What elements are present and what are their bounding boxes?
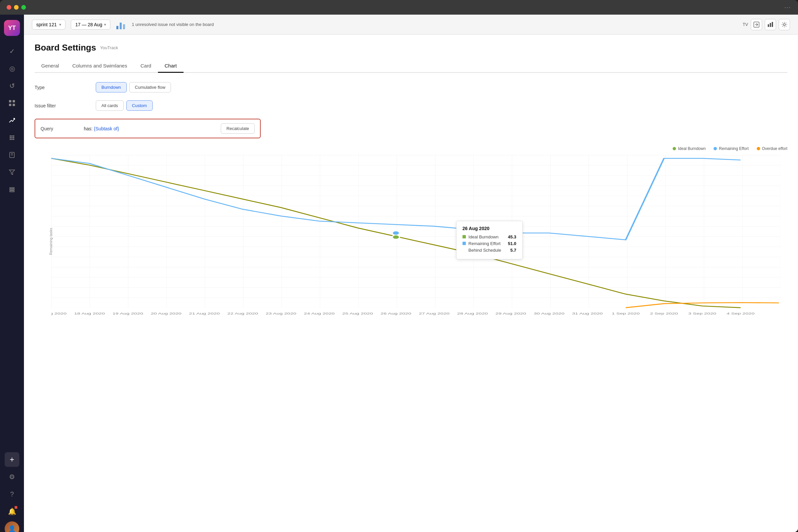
svg-text:23 Aug 2020: 23 Aug 2020 [266,312,296,315]
svg-point-46 [392,231,400,235]
svg-marker-16 [9,170,15,174]
tab-chart[interactable]: Chart [158,59,184,73]
date-selector[interactable]: 17 — 28 Aug ▾ [71,20,110,30]
svg-rect-19 [10,191,14,192]
chart-view-button[interactable] [765,19,776,30]
svg-text:28 Aug 2020: 28 Aug 2020 [457,312,488,315]
chart-svg: 0.0 10.0 20.0 30.0 40.0 50.0 60.0 70.0 8… [51,155,781,318]
type-row: Type Burndown Cumulative flow [35,82,787,92]
legend-remaining-effort: Remaining Effort [714,146,748,151]
titlebar: ⋯ [0,0,798,15]
svg-rect-27 [772,22,773,27]
sidebar-icon-check[interactable]: ✓ [5,44,19,58]
svg-rect-1 [13,100,15,102]
svg-text:17 Aug 2020: 17 Aug 2020 [51,312,66,315]
chart-tooltip: 26 Aug 2020 Ideal Burndown 45.3 Remainin… [456,221,523,259]
svg-rect-21 [120,23,122,29]
notifications-icon[interactable]: 🔔 [5,504,19,519]
sidebar-icon-layers[interactable] [5,182,19,197]
chart-wrap: Remaining tasks 0.0 [35,155,787,328]
svg-rect-20 [116,26,118,29]
page-title: Board Settings [35,42,96,53]
svg-point-7 [10,137,11,138]
app-logo[interactable]: YT [4,20,20,36]
sidebar-icon-filter[interactable] [5,165,19,179]
tooltip-row-0: Ideal Burndown 45.3 [462,234,516,240]
svg-text:24 Aug 2020: 24 Aug 2020 [304,312,335,315]
page-header: Board Settings YouTrack [35,42,787,53]
tooltip-key-ideal: Ideal Burndown [469,234,506,240]
sidebar-nav: ✓ ◎ ↺ [5,44,19,452]
svg-text:20 Aug 2020: 20 Aug 2020 [151,312,181,315]
svg-point-10 [10,139,11,140]
svg-point-12 [13,139,14,140]
svg-text:19 Aug 2020: 19 Aug 2020 [112,312,143,315]
add-button[interactable]: + [5,452,19,467]
svg-rect-26 [770,23,771,27]
remaining-effort-dot [714,147,717,150]
tooltip-val-remaining: 51.0 [508,241,516,246]
close-button[interactable] [7,5,11,10]
burndown-button[interactable]: Burndown [96,82,127,92]
tab-general[interactable]: General [35,59,65,73]
notification-text: 1 unresolved issue not visible on the bo… [132,22,737,27]
svg-point-11 [11,139,13,140]
tooltip-date: 26 Aug 2020 [462,226,516,231]
ideal-burndown-label: Ideal Burndown [678,146,706,151]
settings-button[interactable] [779,19,790,30]
tooltip-row-2: Behind Schedule 5.7 [462,248,516,253]
sidebar-icon-target[interactable]: ◎ [5,61,19,76]
settings-icon[interactable]: ⚙ [5,470,19,484]
svg-point-9 [13,137,14,138]
share-button[interactable] [751,19,762,30]
sprint-selector[interactable]: sprint 121 ▾ [32,20,65,30]
tooltip-color-ideal [462,235,466,239]
tooltip-color-behind [462,248,466,252]
svg-rect-18 [10,189,14,190]
help-icon[interactable]: ? [5,487,19,501]
sidebar: YT ✓ ◎ ↺ [0,15,24,532]
tooltip-row-1: Remaining Effort 51.0 [462,241,516,246]
tab-card[interactable]: Card [134,59,158,73]
maximize-button[interactable] [21,5,26,10]
legend-ideal-burndown: Ideal Burndown [673,146,706,151]
page-content: Board Settings YouTrack General Columns … [24,35,798,532]
sidebar-icon-apps[interactable] [5,130,19,145]
more-icon[interactable]: ⋯ [784,3,791,11]
sidebar-icon-book[interactable] [5,148,19,162]
filter-label: Issue filter [35,100,88,108]
svg-point-5 [11,135,13,137]
main-content: sprint 121 ▾ 17 — 28 Aug ▾ 1 unresolved … [24,15,798,532]
svg-point-6 [13,135,14,137]
svg-text:3 Sep 2020: 3 Sep 2020 [688,312,716,315]
tab-columns[interactable]: Columns and Swimlanes [65,59,134,73]
svg-rect-25 [768,24,769,27]
svg-point-47 [392,235,400,239]
minimize-button[interactable] [14,5,19,10]
sidebar-icon-board[interactable] [5,96,19,110]
recalculate-button[interactable]: Recalculate [221,124,255,134]
cumulative-flow-button[interactable]: Cumulative flow [129,82,171,92]
svg-point-28 [783,24,785,25]
sidebar-icon-chart[interactable] [5,113,19,128]
svg-point-8 [11,137,13,138]
svg-text:31 Aug 2020: 31 Aug 2020 [572,312,603,315]
svg-text:30 Aug 2020: 30 Aug 2020 [534,312,564,315]
avatar[interactable]: 👤 [5,521,19,532]
query-value[interactable]: has: {Subtask of} [84,126,217,131]
svg-text:21 Aug 2020: 21 Aug 2020 [189,312,220,315]
svg-rect-17 [10,188,14,189]
custom-button[interactable]: Custom [126,100,153,111]
window-controls[interactable] [7,5,26,10]
overdue-effort-label: Overdue effort [762,146,788,151]
svg-rect-29 [51,155,781,307]
tooltip-val-behind: 5.7 [510,248,516,253]
svg-text:4 Sep 2020: 4 Sep 2020 [726,312,755,315]
all-cards-button[interactable]: All cards [96,100,124,111]
type-label: Type [35,82,88,90]
board-chart-icon [116,19,126,30]
top-bar-right: TV [742,19,790,30]
chart-container: Ideal Burndown Remaining Effort Overdue … [35,146,787,339]
svg-text:2 Sep 2020: 2 Sep 2020 [650,312,678,315]
sidebar-icon-history[interactable]: ↺ [5,78,19,93]
